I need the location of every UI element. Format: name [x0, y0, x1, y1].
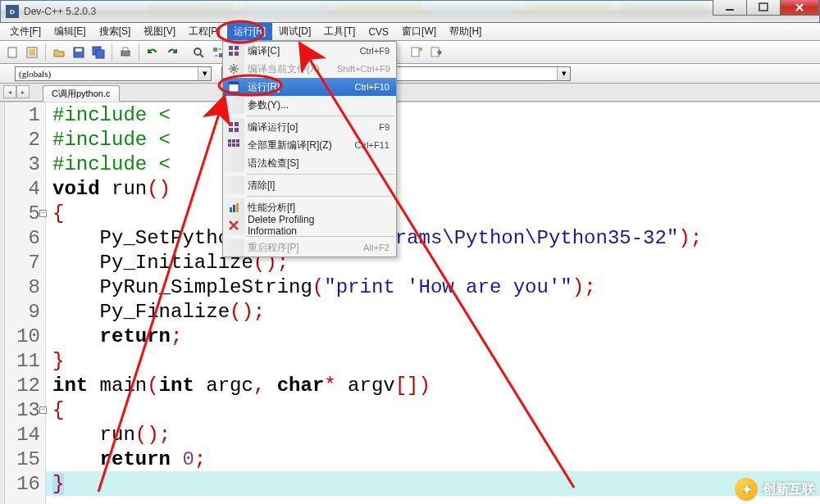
file-tab[interactable]: C调用python.c — [43, 85, 120, 102]
svg-rect-31 — [412, 48, 419, 57]
line-number: 6 — [5, 225, 45, 250]
menu-item[interactable]: Delete Profiling Information — [223, 216, 396, 234]
code-line[interactable]: return 0; — [52, 447, 820, 471]
chevron-down-icon[interactable]: ▾ — [557, 67, 570, 80]
scope-value: (globals) — [19, 69, 51, 79]
line-number: 13− — [5, 397, 45, 422]
code-line[interactable]: { — [52, 201, 820, 225]
code-line[interactable]: Py_SetPythonHome("C:\Programs\Python\Pyt… — [52, 225, 820, 250]
new-project-icon[interactable] — [23, 43, 41, 61]
line-number: 15 — [5, 447, 45, 471]
scope-combobox[interactable]: (globals) ▾ — [15, 66, 212, 81]
blank-icon — [223, 154, 244, 172]
menu-item-shortcut: Shift+Ctrl+F9 — [337, 64, 396, 74]
window-titlebar: D Dev-C++ 5.2.0.3 — [0, 0, 820, 23]
menu-文件[interactable]: 文件[F] — [3, 23, 48, 40]
menu-item-label: 重启程序[P] — [244, 241, 337, 255]
menu-调试[interactable]: 调试[D] — [272, 23, 317, 40]
goto-icon[interactable] — [427, 43, 445, 61]
line-number: 3 — [5, 152, 45, 176]
code-line[interactable]: { — [52, 397, 820, 422]
svg-point-11 — [194, 48, 201, 55]
maximize-button[interactable] — [746, 0, 781, 16]
save-all-icon[interactable] — [89, 43, 107, 61]
menu-item[interactable]: 运行[R]Ctrl+F10 — [223, 78, 396, 96]
minimize-button[interactable] — [713, 0, 747, 16]
code-line[interactable]: int main(int argc, char* argv[]) — [52, 373, 820, 397]
menu-item[interactable]: 编译运行[o]F9 — [223, 118, 396, 136]
undo-icon[interactable] — [144, 43, 162, 61]
svg-rect-0 — [726, 9, 734, 11]
code-line[interactable]: run(); — [52, 422, 820, 447]
code-line[interactable]: #include < — [52, 102, 820, 127]
menu-窗口[interactable]: 窗口[W] — [395, 23, 443, 40]
print-icon[interactable] — [116, 43, 134, 61]
background-tabs — [148, 3, 704, 18]
code-line[interactable]: PyRun_SimpleString("print 'How are you'"… — [52, 275, 820, 299]
svg-rect-42 — [229, 128, 233, 132]
tab-nav-left[interactable]: ◂ — [3, 85, 16, 98]
svg-rect-9 — [121, 51, 130, 56]
find-icon[interactable] — [189, 43, 207, 61]
svg-rect-50 — [230, 207, 232, 212]
svg-rect-52 — [236, 203, 239, 212]
save-icon[interactable] — [70, 43, 88, 61]
menubar: 文件[F]编辑[E]搜索[S]视图[V]工程[P]运行[R]调试[D]工具[T]… — [0, 23, 820, 41]
line-number: 9 — [5, 299, 45, 324]
svg-rect-48 — [232, 143, 235, 147]
menu-item-label: 语法检查[S] — [244, 157, 337, 170]
watermark-text: 创新互联 — [763, 481, 815, 498]
menu-运行[interactable]: 运行[R] — [227, 23, 272, 40]
code-line[interactable]: } — [52, 348, 820, 373]
open-icon[interactable] — [50, 43, 68, 61]
menu-工具[interactable]: 工具[T] — [317, 23, 362, 40]
cog-icon — [223, 60, 244, 78]
line-number: 7 — [5, 250, 45, 275]
svg-rect-47 — [228, 143, 231, 147]
menu-item[interactable]: 清除[l] — [223, 176, 396, 194]
svg-rect-43 — [235, 128, 239, 132]
menu-编辑[interactable]: 编辑[E] — [48, 23, 93, 40]
menu-item[interactable]: 编译[C]Ctrl+F9 — [223, 42, 396, 60]
toolbar — [0, 41, 820, 64]
menu-视图[interactable]: 视图[V] — [137, 23, 182, 40]
code-line[interactable]: #include < — [52, 152, 820, 176]
svg-rect-35 — [229, 52, 233, 56]
file-tab-label: C调用python.c — [52, 88, 111, 100]
menu-item-label: 全部重新编译[R](Z) — [244, 138, 337, 152]
app-icon: D — [6, 5, 19, 18]
code-line[interactable]: #include < — [52, 127, 820, 152]
window-icon — [223, 78, 244, 96]
run-menu-dropdown[interactable]: 编译[C]Ctrl+F9编译当前文件(X)Shift+Ctrl+F9运行[R]C… — [222, 41, 397, 257]
grid2-icon — [223, 136, 244, 154]
close-button[interactable] — [780, 0, 819, 16]
line-number: 16 — [5, 471, 45, 496]
code-line[interactable]: Py_Initialize(); — [52, 250, 820, 275]
svg-rect-40 — [229, 122, 233, 126]
menu-item-label: 编译当前文件(X) — [244, 62, 337, 76]
chevron-down-icon[interactable]: ▾ — [198, 67, 211, 80]
code-line[interactable]: Py_Finalize(); — [52, 299, 820, 324]
svg-rect-1 — [759, 3, 768, 11]
code-line[interactable]: void run() — [52, 176, 820, 201]
menu-item[interactable]: 语法检查[S] — [223, 154, 396, 172]
menu-搜索[interactable]: 搜索[S] — [93, 23, 138, 40]
menu-工程[interactable]: 工程[P] — [182, 23, 227, 40]
tab-nav-right[interactable]: ▸ — [16, 85, 30, 98]
svg-rect-2 — [8, 48, 16, 57]
code-line[interactable]: return; — [52, 324, 820, 348]
new-window-icon[interactable] — [408, 43, 426, 61]
redo-icon[interactable] — [163, 43, 181, 61]
menu-cvs[interactable]: CVS — [362, 23, 395, 40]
line-number: 11 — [5, 348, 45, 373]
menu-帮助[interactable]: 帮助[H] — [443, 23, 488, 40]
chart-icon — [223, 198, 244, 216]
menu-item: 重启程序[P]Alt+F2 — [223, 238, 396, 257]
line-number: 5− — [5, 201, 45, 225]
new-file-icon[interactable] — [3, 43, 21, 61]
code-editor[interactable]: 12345−678910111213−141516 #include <#inc… — [0, 102, 820, 504]
menu-item[interactable]: 参数(Y)... — [223, 96, 396, 114]
code-text-area[interactable]: #include <#include <#include <void run()… — [46, 102, 820, 504]
menu-item[interactable]: 全部重新编译[R](Z)Ctrl+F11 — [223, 136, 396, 154]
code-line[interactable]: } — [52, 471, 820, 496]
